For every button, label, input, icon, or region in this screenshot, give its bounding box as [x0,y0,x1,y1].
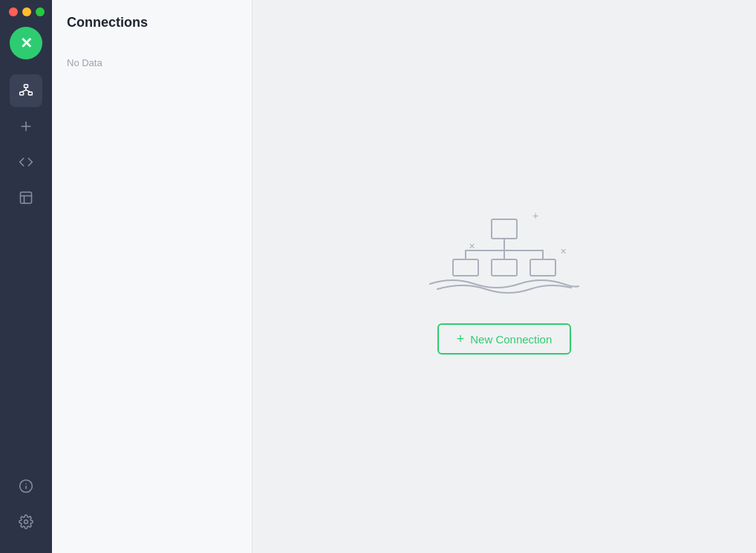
svg-text:+: + [532,210,538,221]
code-icon [19,155,33,169]
sidebar-item-add[interactable] [10,110,42,143]
sidebar-bottom [10,470,42,538]
sidebar-item-code[interactable] [10,146,42,178]
svg-line-4 [22,90,26,92]
sidebar: ✕ [0,0,52,553]
empty-illustration: + ✕ ✕ [423,198,586,303]
settings-icon [19,514,33,529]
main-layout: Connections No Data [52,0,756,553]
traffic-lights [0,7,45,16]
svg-rect-21 [453,259,478,276]
svg-text:✕: ✕ [469,242,475,250]
sidebar-nav [0,74,52,470]
svg-line-5 [26,90,30,92]
info-icon [19,479,33,494]
sidebar-item-info[interactable] [10,470,42,502]
sidebar-item-settings[interactable] [10,505,42,538]
maximize-button[interactable] [36,7,45,16]
content-area: + ✕ ✕ + New Connection [252,0,756,553]
add-icon [19,119,33,134]
svg-rect-15 [492,219,517,239]
left-panel: Connections No Data [52,0,252,553]
new-connection-button[interactable]: + New Connection [437,323,572,355]
panel-title: Connections [52,15,252,42]
svg-rect-23 [530,259,555,276]
empty-state: + ✕ ✕ + New Connection [423,198,586,355]
svg-rect-22 [492,259,517,276]
logo-icon: ✕ [20,36,33,51]
sidebar-item-reports[interactable] [10,181,42,214]
close-button[interactable] [9,7,18,16]
svg-point-14 [25,520,28,524]
svg-text:✕: ✕ [560,247,567,256]
reports-icon [19,190,33,205]
plus-icon: + [457,332,465,346]
sidebar-item-connections[interactable] [10,74,42,107]
svg-rect-8 [21,193,32,204]
minimize-button[interactable] [22,7,31,16]
new-connection-label: New Connection [470,333,552,346]
logo-button[interactable]: ✕ [10,27,42,59]
connections-icon [19,83,33,98]
no-data-label: No Data [52,42,252,83]
